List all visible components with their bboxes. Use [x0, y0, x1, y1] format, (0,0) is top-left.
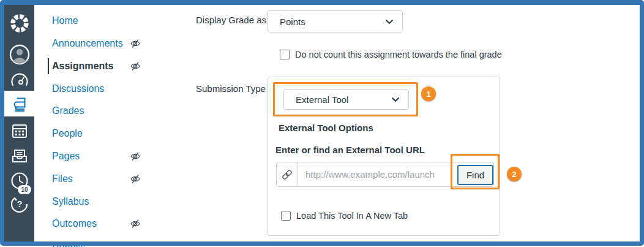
- submission-type-label: Submission Type: [196, 83, 266, 94]
- canvas-logo[interactable]: [4, 12, 34, 34]
- sidebar-item-grades[interactable]: Grades: [52, 103, 84, 119]
- eye-slash-icon-outcomes: [130, 218, 141, 229]
- eye-slash-icon-files: [130, 173, 141, 184]
- sidebar-item-people[interactable]: People: [52, 126, 83, 142]
- final-grade-checkbox-label: Do not count this assignment towards the…: [295, 50, 502, 59]
- sidebar-item-announcements[interactable]: Announcements: [52, 36, 123, 51]
- sidebar-item-pages[interactable]: Pages: [52, 148, 80, 164]
- new-tab-checkbox[interactable]: [281, 211, 291, 221]
- submission-type-value: External Tool: [296, 94, 348, 105]
- eye-slash-icon-pages: [130, 151, 141, 162]
- sidebar-item-files[interactable]: Files: [52, 171, 73, 187]
- sidebar-item-outcomes[interactable]: Outcomes: [52, 216, 97, 232]
- final-grade-checkbox-row: Do not count this assignment towards the…: [280, 50, 502, 59]
- chevron-down-icon: [385, 19, 394, 25]
- help-question-icon: ?: [10, 195, 29, 213]
- sidebar-item-home[interactable]: Home: [52, 13, 78, 29]
- sidebar-item-account[interactable]: [4, 44, 34, 65]
- sidebar-item-courses-active-tile[interactable]: [4, 91, 34, 116]
- eye-slash-icon-announcements: [130, 38, 141, 49]
- courses-book-icon: [4, 96, 34, 113]
- course-nav: Home Announcements Assignments Discussio…: [34, 5, 190, 241]
- link-icon: [281, 169, 293, 181]
- display-grade-label: Display Grade as: [196, 15, 266, 25]
- display-grade-value: Points: [280, 17, 305, 27]
- canvas-logo-icon: [9, 12, 31, 34]
- find-button[interactable]: Find: [457, 165, 493, 185]
- calendar-icon: [11, 122, 28, 139]
- svg-text:?: ?: [17, 199, 22, 209]
- help-unread-badge: 10: [18, 185, 31, 194]
- assignment-settings-panel: Display Grade as Points Do not count thi…: [190, 5, 640, 241]
- account-avatar-icon: [9, 44, 30, 65]
- sidebar-item-rubrics-clipped[interactable]: Rubrics: [52, 242, 85, 247]
- new-tab-checkbox-label: Load This Tool In A New Tab: [296, 211, 408, 221]
- global-nav-sidebar: ? 10: [4, 5, 34, 241]
- external-tool-url-heading: Enter or find an External Tool URL: [275, 145, 425, 155]
- sidebar-item-calendar[interactable]: [4, 122, 34, 139]
- sidebar-item-discussions[interactable]: Discussions: [52, 81, 104, 97]
- annotation-step-1-badge: 1: [421, 86, 436, 101]
- sidebar-item-assignments[interactable]: Assignments: [48, 58, 113, 74]
- submission-type-select[interactable]: External Tool: [283, 89, 409, 110]
- final-grade-checkbox[interactable]: [280, 50, 290, 59]
- sidebar-item-syllabus[interactable]: Syllabus: [52, 194, 89, 210]
- inbox-icon: [11, 148, 28, 165]
- annotation-step-2-badge: 2: [507, 167, 522, 181]
- dashboard-gauge-icon: [10, 72, 29, 88]
- external-tool-options-heading: External Tool Options: [279, 123, 373, 133]
- sidebar-item-dashboard[interactable]: [4, 72, 34, 88]
- new-tab-checkbox-row: Load This Tool In A New Tab: [281, 211, 408, 221]
- link-icon-cell: [277, 162, 298, 186]
- eye-slash-icon-assignments: [130, 61, 141, 72]
- chevron-down-icon: [391, 97, 400, 102]
- sidebar-item-help[interactable]: ?: [4, 195, 34, 213]
- display-grade-select[interactable]: Points: [268, 10, 403, 32]
- sidebar-item-inbox[interactable]: [4, 148, 34, 165]
